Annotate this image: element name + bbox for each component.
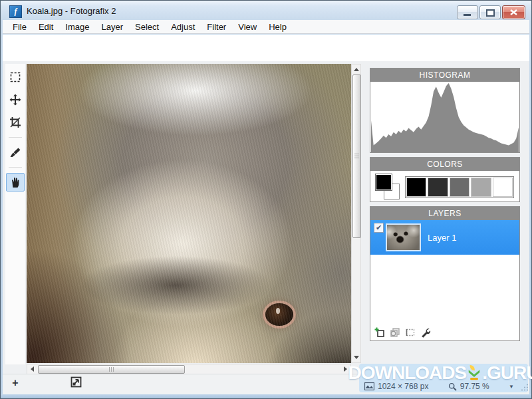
close-icon (503, 6, 525, 19)
layer-visibility-checkbox[interactable]: ✔ (374, 223, 384, 233)
arrow-down-icon (354, 356, 359, 359)
layers-panel: LAYERS ✔ Layer 1 (370, 206, 520, 341)
resize-grip-icon[interactable] (521, 382, 529, 394)
menu-layer[interactable]: Layer (96, 21, 130, 33)
layer-thumbnail (386, 223, 421, 251)
arrow-right-icon (344, 366, 347, 372)
scroll-left-button[interactable] (29, 364, 36, 374)
layers-list: ✔ Layer 1 (370, 220, 519, 340)
title-bar[interactable]: f Koala.jpg - Fotografix 2 (3, 1, 529, 20)
maximize-icon (486, 9, 495, 17)
menu-bar: File Edit Image Layer Select Adjust Filt… (3, 20, 529, 34)
menu-help[interactable]: Help (263, 21, 293, 33)
marquee-select-icon (9, 71, 21, 83)
tool-separator (9, 167, 22, 168)
move-icon (9, 94, 21, 106)
watermark-left: DOWNLOADS (348, 362, 467, 384)
layer-row[interactable]: ✔ Layer 1 (370, 220, 519, 255)
minimize-button[interactable] (457, 5, 478, 19)
histogram-panel-header[interactable]: HISTOGRAM (370, 68, 519, 82)
arrow-up-icon (354, 68, 359, 71)
watermark-right: .GURU (482, 362, 532, 384)
window-frame-bottom (1, 394, 531, 398)
layer-select-button[interactable] (405, 327, 416, 338)
canvas-image[interactable] (27, 64, 351, 363)
zoom-plus-icon: + (12, 377, 18, 389)
palette-swatch[interactable] (428, 178, 448, 197)
maximize-button[interactable] (479, 5, 501, 19)
hand-icon (9, 176, 21, 188)
watermark-text: DOWNLOADS .GURU (359, 362, 528, 384)
scroll-grip-icon (109, 367, 114, 372)
move-tool-button[interactable] (6, 90, 25, 109)
downloads-guru-logo-icon (467, 364, 481, 385)
expand-icon (70, 376, 82, 388)
app-logo-icon: f (9, 5, 22, 18)
new-layer-button[interactable] (374, 327, 385, 338)
minimize-icon (464, 14, 471, 16)
scroll-up-button[interactable] (352, 66, 360, 73)
options-bar (3, 35, 529, 61)
foreground-color-swatch[interactable] (375, 174, 392, 191)
layer-properties-button[interactable] (420, 327, 431, 338)
horizontal-scroll-thumb[interactable] (38, 365, 185, 374)
status-bar: + 1024 × 768 px 97.75 % (3, 374, 529, 394)
brush-tool-button[interactable] (6, 143, 25, 162)
menu-view[interactable]: View (232, 21, 263, 33)
crop-icon (9, 116, 21, 128)
zoom-dropdown-button[interactable]: ▼ (509, 384, 514, 390)
close-button[interactable] (502, 5, 525, 19)
color-palette (405, 176, 514, 198)
palette-swatch[interactable] (406, 178, 426, 197)
crop-tool-button[interactable] (6, 113, 25, 132)
layers-panel-header[interactable]: LAYERS (370, 207, 519, 220)
application-window: f Koala.jpg - Fotografix 2 File Edit Ima… (0, 0, 532, 399)
palette-swatch[interactable] (450, 178, 469, 197)
window-title: Koala.jpg - Fotografix 2 (27, 6, 116, 16)
menu-filter[interactable]: Filter (201, 21, 232, 33)
koala-eye (265, 303, 293, 326)
menu-adjust[interactable]: Adjust (165, 21, 201, 33)
palette-swatch[interactable] (471, 178, 491, 197)
menu-image[interactable]: Image (59, 21, 95, 33)
scroll-down-button[interactable] (352, 354, 360, 361)
menu-file[interactable]: File (7, 21, 33, 33)
colors-panel-header[interactable]: COLORS (370, 158, 519, 171)
menu-select[interactable]: Select (129, 21, 165, 33)
hand-tool-button[interactable] (6, 173, 25, 192)
foreground-background-swatches (374, 173, 401, 200)
histogram-panel: HISTOGRAM (370, 68, 520, 153)
zoom-plus-button[interactable]: + (9, 377, 21, 389)
arrow-left-icon (31, 366, 34, 372)
vertical-scrollbar[interactable] (351, 64, 361, 363)
expand-view-button[interactable] (70, 376, 82, 388)
duplicate-layer-button[interactable] (390, 327, 400, 338)
menu-edit[interactable]: Edit (33, 21, 59, 33)
tool-panel (5, 64, 25, 364)
downloads-guru-watermark: 1024 × 768 px 97.75 % ▼ DOWNLOADS .GURU (359, 364, 528, 392)
horizontal-scrollbar[interactable] (27, 364, 351, 374)
tool-separator (9, 137, 22, 138)
scroll-grip-icon (354, 154, 359, 159)
layer-name: Layer 1 (428, 220, 456, 255)
marquee-select-tool-button[interactable] (6, 68, 25, 86)
colors-panel: COLORS (370, 157, 520, 202)
vertical-scroll-thumb[interactable] (352, 74, 361, 238)
palette-swatch[interactable] (493, 178, 513, 197)
histogram-plot (370, 82, 519, 152)
workspace: HISTOGRAM COLORS (3, 61, 529, 374)
brush-icon (9, 146, 21, 158)
